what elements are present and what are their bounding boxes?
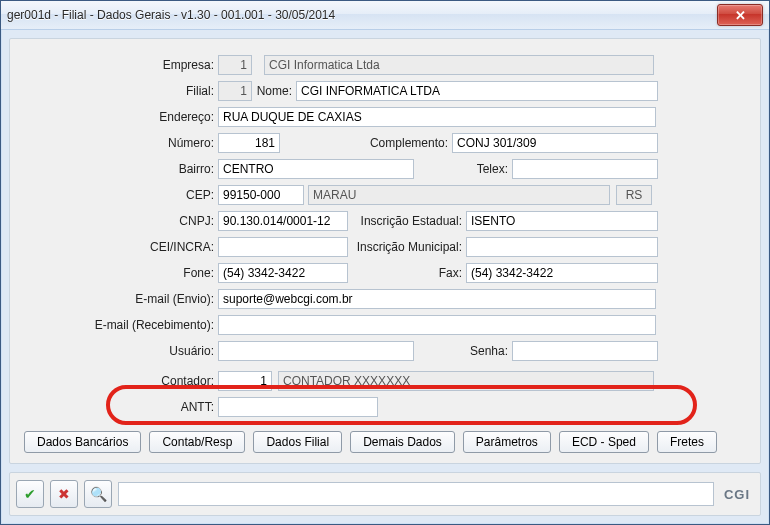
fone-input[interactable] — [218, 263, 348, 283]
window-close-button[interactable]: ✕ — [717, 4, 763, 26]
endereco-input[interactable] — [218, 107, 656, 127]
dados-bancarios-button[interactable]: Dados Bancários — [24, 431, 141, 453]
filial-nome-input[interactable] — [296, 81, 658, 101]
label-fone: Fone: — [24, 266, 218, 280]
label-bairro: Bairro: — [24, 162, 218, 176]
label-empresa: Empresa: — [24, 58, 218, 72]
contab-resp-button[interactable]: Contab/Resp — [149, 431, 245, 453]
window-title: ger001d - Filial - Dados Gerais - v1.30 … — [7, 8, 717, 22]
label-filial: Filial: — [24, 84, 218, 98]
cei-input[interactable] — [218, 237, 348, 257]
ok-button[interactable]: ✔ — [16, 480, 44, 508]
complemento-input[interactable] — [452, 133, 658, 153]
cidade-field — [308, 185, 610, 205]
label-cep: CEP: — [24, 188, 218, 202]
filial-id-field — [218, 81, 252, 101]
search-button[interactable]: 🔍 — [84, 480, 112, 508]
label-complemento: Complemento: — [280, 136, 452, 150]
label-cei: CEI/INCRA: — [24, 240, 218, 254]
telex-input[interactable] — [512, 159, 658, 179]
email-receb-input[interactable] — [218, 315, 656, 335]
form-panel: Empresa: Filial: Nome: Endereço: — [9, 38, 761, 464]
cnpj-input[interactable] — [218, 211, 348, 231]
insc-est-input[interactable] — [466, 211, 658, 231]
client-area: Empresa: Filial: Nome: Endereço: — [1, 30, 769, 524]
label-senha: Senha: — [414, 344, 512, 358]
ecd-sped-button[interactable]: ECD - Sped — [559, 431, 649, 453]
demais-dados-button[interactable]: Demais Dados — [350, 431, 455, 453]
senha-input[interactable] — [512, 341, 658, 361]
label-endereco: Endereço: — [24, 110, 218, 124]
status-field — [118, 482, 714, 506]
label-insc-est: Inscrição Estadual: — [348, 214, 466, 228]
label-email-rec: E-mail (Recebimento): — [24, 318, 218, 332]
empresa-id-field — [218, 55, 252, 75]
insc-mun-input[interactable] — [466, 237, 658, 257]
label-email-env: E-mail (Envio): — [24, 292, 218, 306]
usuario-input[interactable] — [218, 341, 414, 361]
close-icon: ✕ — [735, 8, 746, 23]
label-cnpj: CNPJ: — [24, 214, 218, 228]
title-bar: ger001d - Filial - Dados Gerais - v1.30 … — [1, 1, 769, 30]
contador-nome-field — [278, 371, 654, 391]
label-telex: Telex: — [414, 162, 512, 176]
dados-filial-button[interactable]: Dados Filial — [253, 431, 342, 453]
uf-field — [616, 185, 652, 205]
brand-label: CGI — [720, 487, 754, 502]
parametros-button[interactable]: Parâmetros — [463, 431, 551, 453]
cep-input[interactable] — [218, 185, 304, 205]
email-envio-input[interactable] — [218, 289, 656, 309]
form-area: Empresa: Filial: Nome: Endereço: — [24, 53, 746, 423]
cross-icon: ✖ — [58, 486, 70, 502]
label-insc-mun: Inscrição Municipal: — [348, 240, 466, 254]
label-usuario: Usuário: — [24, 344, 218, 358]
magnifier-icon: 🔍 — [90, 486, 107, 502]
contador-id-input[interactable] — [218, 371, 272, 391]
fax-input[interactable] — [466, 263, 658, 283]
fretes-button[interactable]: Fretes — [657, 431, 717, 453]
label-antt: ANTT: — [24, 400, 218, 414]
numero-input[interactable] — [218, 133, 280, 153]
antt-input[interactable] — [218, 397, 378, 417]
button-bar: Dados Bancários Contab/Resp Dados Filial… — [24, 423, 746, 453]
label-nome: Nome: — [252, 84, 296, 98]
label-numero: Número: — [24, 136, 218, 150]
label-contador: Contador: — [24, 374, 218, 388]
check-icon: ✔ — [24, 486, 36, 502]
app-window: ger001d - Filial - Dados Gerais - v1.30 … — [0, 0, 770, 525]
bottom-toolbar: ✔ ✖ 🔍 CGI — [9, 472, 761, 516]
bairro-input[interactable] — [218, 159, 414, 179]
cancel-button[interactable]: ✖ — [50, 480, 78, 508]
label-fax: Fax: — [348, 266, 466, 280]
empresa-nome-field — [264, 55, 654, 75]
